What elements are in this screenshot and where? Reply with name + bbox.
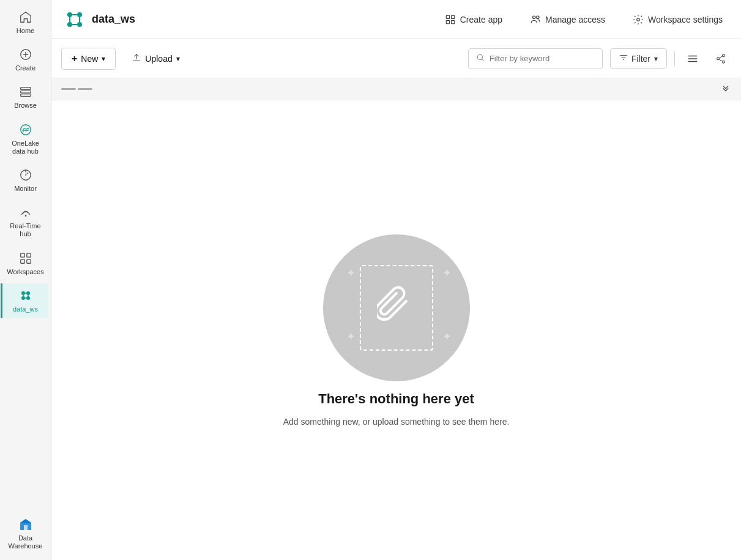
svg-point-4 bbox=[20, 124, 31, 135]
handle-line-2 bbox=[78, 88, 92, 90]
banner-collapse-button[interactable] bbox=[720, 83, 731, 96]
sidebar-item-create-label: Create bbox=[15, 64, 35, 72]
sidebar-item-browse[interactable]: Browse bbox=[4, 80, 48, 114]
data-ws-icon bbox=[18, 288, 33, 303]
sidebar-item-browse-label: Browse bbox=[14, 102, 37, 110]
banner bbox=[51, 78, 741, 100]
sidebar-item-data-ws[interactable]: data_ws bbox=[1, 283, 48, 318]
sidebar-item-create[interactable]: Create bbox=[4, 42, 48, 77]
toolbar: + New ▾ Upload ▾ bbox=[51, 39, 741, 78]
svg-point-8 bbox=[24, 215, 26, 217]
header-actions: Create app Manage access bbox=[438, 10, 729, 29]
header-left: data_ws bbox=[64, 9, 135, 31]
new-label: New bbox=[81, 54, 98, 64]
main-area: data_ws Create app bbox=[51, 0, 741, 560]
sparkle-tr-icon: ✦ bbox=[442, 266, 452, 280]
workspace-title: data_ws bbox=[92, 13, 135, 26]
onelake-icon bbox=[18, 122, 33, 137]
empty-state: ✦ ✦ ✦ ✦ There's nothing here yet Add som… bbox=[51, 100, 741, 560]
filter-chevron-icon: ▾ bbox=[654, 54, 658, 63]
sidebar-item-monitor[interactable]: Monitor bbox=[4, 163, 48, 198]
banner-drag-handle[interactable] bbox=[61, 88, 92, 90]
svg-rect-21 bbox=[24, 525, 28, 530]
svg-point-38 bbox=[723, 54, 725, 56]
svg-point-34 bbox=[533, 16, 536, 19]
header: data_ws Create app bbox=[51, 0, 741, 39]
workspace-settings-button[interactable]: Workspace settings bbox=[626, 10, 729, 29]
sidebar-item-data-warehouse[interactable]: DataWarehouse bbox=[4, 512, 48, 555]
settings-icon bbox=[632, 13, 644, 26]
new-button[interactable]: + New ▾ bbox=[61, 48, 116, 70]
sparkle-bl-icon: ✦ bbox=[346, 330, 356, 343]
create-app-label: Create app bbox=[460, 15, 502, 24]
sidebar-item-warehouse-label: DataWarehouse bbox=[9, 534, 43, 550]
paperclip-icon bbox=[377, 280, 416, 335]
svg-rect-12 bbox=[26, 259, 30, 263]
svg-rect-9 bbox=[20, 253, 24, 256]
svg-line-7 bbox=[26, 173, 28, 174]
create-icon bbox=[18, 47, 33, 62]
filter-button[interactable]: Filter ▾ bbox=[610, 48, 667, 69]
paperclip-box bbox=[360, 265, 433, 351]
sidebar-item-onelake-label: OneLakedata hub bbox=[12, 140, 39, 155]
filter-icon bbox=[619, 53, 628, 64]
sidebar-item-data-ws-label: data_ws bbox=[13, 305, 38, 313]
plus-icon: + bbox=[72, 53, 77, 64]
browse-icon bbox=[18, 84, 33, 99]
svg-point-40 bbox=[723, 61, 725, 63]
app-icon bbox=[444, 13, 456, 26]
home-icon bbox=[18, 10, 33, 24]
sidebar-item-monitor-label: Monitor bbox=[14, 185, 37, 193]
workspaces-icon bbox=[18, 251, 33, 266]
svg-rect-32 bbox=[446, 20, 449, 23]
sidebar-item-realtime[interactable]: Real-Timehub bbox=[4, 200, 48, 243]
filter-input-container[interactable] bbox=[468, 48, 603, 69]
sidebar-item-home[interactable]: Home bbox=[4, 5, 48, 40]
create-app-button[interactable]: Create app bbox=[438, 10, 508, 29]
upload-icon bbox=[132, 53, 141, 64]
manage-access-label: Manage access bbox=[545, 15, 605, 24]
svg-rect-11 bbox=[20, 259, 24, 263]
svg-rect-10 bbox=[26, 253, 30, 256]
search-input[interactable] bbox=[490, 54, 595, 63]
handle-line-1 bbox=[61, 88, 76, 90]
warehouse-icon bbox=[18, 517, 33, 532]
svg-rect-1 bbox=[20, 88, 31, 90]
new-chevron-icon: ▾ bbox=[102, 54, 105, 63]
sidebar-item-home-label: Home bbox=[17, 27, 34, 35]
svg-point-39 bbox=[717, 58, 720, 60]
svg-point-35 bbox=[537, 16, 540, 19]
toolbar-divider bbox=[674, 51, 675, 66]
upload-chevron-icon: ▾ bbox=[176, 54, 180, 63]
sidebar-item-realtime-label: Real-Timehub bbox=[10, 222, 40, 238]
upload-label: Upload bbox=[145, 54, 172, 64]
manage-access-button[interactable]: Manage access bbox=[523, 10, 611, 29]
svg-rect-31 bbox=[451, 15, 454, 18]
manage-icon bbox=[529, 13, 542, 26]
empty-subtitle: Add something new, or upload something t… bbox=[283, 417, 510, 427]
sidebar-item-workspaces-label: Workspaces bbox=[7, 268, 43, 276]
monitor-icon bbox=[18, 168, 33, 182]
sidebar-item-workspaces[interactable]: Workspaces bbox=[4, 246, 48, 281]
workspace-logo bbox=[64, 9, 86, 31]
upload-button[interactable]: Upload ▾ bbox=[123, 48, 188, 69]
svg-point-36 bbox=[637, 18, 640, 21]
filter-label: Filter bbox=[631, 54, 650, 64]
svg-rect-30 bbox=[446, 15, 449, 18]
empty-illustration: ✦ ✦ ✦ ✦ bbox=[323, 234, 470, 381]
sidebar-item-onelake[interactable]: OneLakedata hub bbox=[4, 118, 48, 160]
sparkle-tl-icon: ✦ bbox=[346, 266, 356, 280]
search-icon bbox=[476, 53, 485, 64]
list-view-button[interactable] bbox=[682, 48, 703, 69]
svg-rect-33 bbox=[451, 20, 454, 23]
svg-rect-2 bbox=[20, 91, 31, 94]
svg-rect-3 bbox=[20, 94, 31, 97]
sidebar: Home Create Browse bbox=[0, 0, 51, 560]
empty-title: There's nothing here yet bbox=[318, 391, 474, 407]
sparkle-br-icon: ✦ bbox=[442, 330, 452, 343]
realtime-icon bbox=[18, 205, 33, 220]
share-button[interactable] bbox=[710, 48, 731, 69]
workspace-settings-label: Workspace settings bbox=[648, 15, 723, 24]
